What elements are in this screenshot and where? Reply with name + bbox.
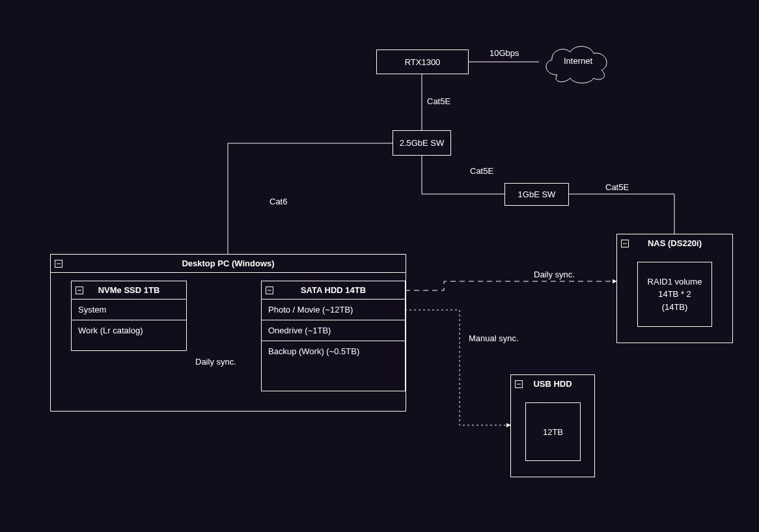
- nvme-title: NVMe SSD 1TB: [98, 285, 160, 295]
- nas-volume[interactable]: RAID1 volume 14TB * 2 (14TB): [637, 262, 712, 327]
- usbhdd-volume[interactable]: 12TB: [525, 402, 581, 461]
- nas-title: NAS (DS220i): [648, 238, 702, 248]
- usbhdd-title-bar: USB HDD: [511, 375, 594, 393]
- edge-label-switch25-switch1: Cat5E: [470, 166, 493, 176]
- diagram-canvas: RTX1300 Internet 2.5GbE SW 1GbE SW Deskt…: [0, 0, 759, 532]
- collapse-icon[interactable]: [76, 287, 83, 294]
- collapse-icon[interactable]: [55, 260, 62, 268]
- sata-title: SATA HDD 14TB: [301, 285, 366, 295]
- nvme-row-work: Work (Lr catalog): [72, 320, 186, 341]
- edge-label-sata-nas: Daily sync.: [534, 270, 575, 279]
- nas-volume-label: RAID1 volume 14TB * 2 (14TB): [648, 275, 702, 314]
- nvme-row-system: System: [72, 300, 186, 320]
- sata-title-bar: SATA HDD 14TB: [262, 281, 405, 300]
- collapse-icon[interactable]: [515, 380, 523, 388]
- node-nas[interactable]: NAS (DS220i) RAID1 volume 14TB * 2 (14TB…: [616, 234, 733, 343]
- node-nvme-ssd[interactable]: NVMe SSD 1TB System Work (Lr catalog): [71, 281, 187, 351]
- usbhdd-title: USB HDD: [533, 379, 572, 389]
- node-switch-2-5gbe[interactable]: 2.5GbE SW: [393, 130, 451, 156]
- usbhdd-volume-label: 12TB: [543, 427, 563, 437]
- switch25-label: 2.5GbE SW: [400, 138, 445, 148]
- router-label: RTX1300: [405, 57, 441, 67]
- nas-title-bar: NAS (DS220i): [617, 234, 732, 252]
- edge-label-router-internet: 10Gbps: [490, 48, 519, 58]
- node-router[interactable]: RTX1300: [376, 49, 469, 74]
- edge-label-switch25-desktop: Cat6: [269, 197, 287, 206]
- edge-label-nvme-sata: Daily sync.: [195, 357, 236, 367]
- sata-row-backup: Backup (Work) (~0.5TB): [262, 341, 405, 361]
- collapse-icon[interactable]: [266, 287, 273, 294]
- node-usb-hdd[interactable]: USB HDD 12TB: [510, 374, 595, 477]
- edge-label-switch1-nas: Cat5E: [605, 182, 629, 192]
- internet-label: Internet: [564, 56, 592, 66]
- node-internet[interactable]: Internet: [538, 39, 614, 85]
- node-sata-hdd[interactable]: SATA HDD 14TB Photo / Movie (~12TB) Oned…: [261, 281, 406, 391]
- switch1-label: 1GbE SW: [518, 189, 556, 199]
- desktop-title-bar: Desktop PC (Windows): [51, 255, 406, 273]
- collapse-icon[interactable]: [621, 240, 629, 247]
- node-desktop-pc[interactable]: Desktop PC (Windows) NVMe SSD 1TB System…: [50, 254, 406, 412]
- edge-label-sata-usbhdd: Manual sync.: [469, 333, 519, 343]
- edge-label-router-switch25: Cat5E: [427, 96, 450, 106]
- desktop-title: Desktop PC (Windows): [182, 259, 274, 268]
- node-switch-1gbe[interactable]: 1GbE SW: [504, 183, 569, 206]
- sata-row-onedrive: Onedrive (~1TB): [262, 320, 405, 341]
- sata-row-photo: Photo / Movie (~12TB): [262, 300, 405, 320]
- nvme-title-bar: NVMe SSD 1TB: [72, 281, 186, 300]
